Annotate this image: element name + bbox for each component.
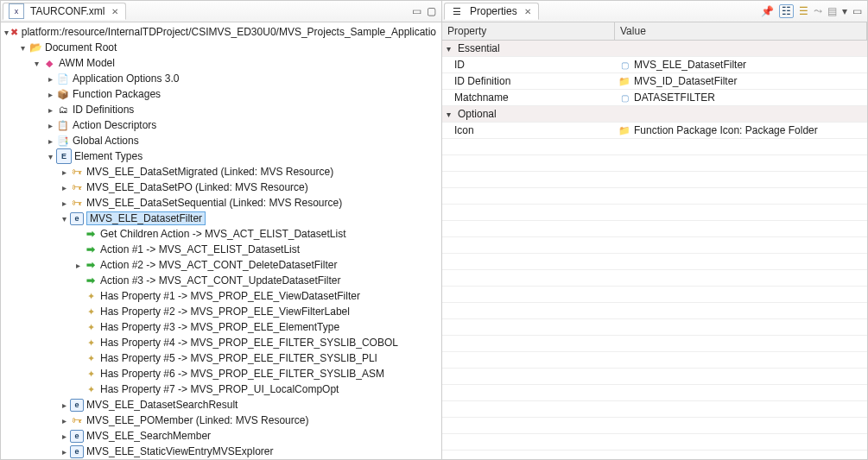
etype-dssearchresult-label: MVS_ELE_DatasetSearchResult [86, 399, 238, 411]
chevron-down-icon[interactable]: ▾ [442, 110, 454, 119]
action-descriptors-label: Action Descriptors [73, 119, 156, 131]
prop-matchname-value: DATASETFILTER [634, 91, 715, 104]
properties-table[interactable]: ▾Essential ID MVS_ELE_DatasetFilter ID D… [442, 41, 867, 459]
maximize-icon[interactable]: ▢ [427, 5, 436, 17]
attribute-icon [618, 91, 630, 104]
node-property-5[interactable]: Has Property #5 -> MVS_PROP_ELE_FILTER_S… [1, 350, 441, 366]
node-etype-searchmember[interactable]: ▸ e MVS_ELE_SearchMember [1, 428, 441, 444]
property-6-label: Has Property #6 -> MVS_PROP_ELE_FILTER_S… [100, 368, 384, 380]
node-property-6[interactable]: Has Property #6 -> MVS_PROP_ELE_FILTER_S… [1, 366, 441, 381]
empty-row [442, 385, 867, 401]
property-icon [84, 382, 98, 396]
expander-icon[interactable]: ▸ [72, 261, 84, 270]
node-document-root[interactable]: ▾ Document Root [1, 40, 441, 55]
expander-icon[interactable]: ▸ [58, 183, 70, 192]
expander-icon[interactable]: ▾ [16, 43, 29, 53]
expander-icon[interactable]: ▸ [44, 136, 56, 146]
properties-toolbar: 📌 ☷ ☰ ⤳ ▤ ▾ ▭ [761, 4, 867, 18]
expander-icon[interactable]: ▸ [44, 90, 56, 99]
prop-row-iddef[interactable]: ID Definition MVS_ID_DatasetFilter [442, 73, 867, 90]
node-etype-dssearchresult[interactable]: ▸ e MVS_ELE_DatasetSearchResult [1, 397, 441, 413]
function-packages-label: Function Packages [73, 88, 161, 100]
node-application-options[interactable]: ▸ Application Options 3.0 [1, 71, 441, 86]
expander-icon[interactable]: ▸ [58, 198, 70, 208]
property-7-label: Has Property #7 -> MVS_PROP_UI_LocalComp… [100, 383, 339, 395]
node-awm-model[interactable]: ▾ AWM Model [1, 55, 441, 71]
node-id-definitions[interactable]: ▸ ID Definitions [1, 102, 441, 117]
show-categories-icon[interactable]: ☷ [779, 4, 794, 18]
empty-row [442, 205, 867, 221]
model-tree[interactable]: ▾ platform:/resource/InternalTDProject/C… [1, 22, 441, 459]
close-icon[interactable]: ✕ [111, 7, 118, 16]
node-property-1[interactable]: Has Property #1 -> MVS_PROP_ELE_ViewData… [1, 288, 441, 304]
node-etype-seq[interactable]: ▸ MVS_ELE_DataSetSequential (Linked: MVS… [1, 195, 441, 211]
expander-icon[interactable]: ▸ [58, 400, 70, 410]
prop-row-matchname[interactable]: Matchname DATASETFILTER [442, 90, 867, 106]
group-optional[interactable]: ▾Optional [442, 106, 867, 123]
element-types-label: Element Types [74, 150, 143, 162]
node-property-4[interactable]: Has Property #4 -> MVS_PROP_ELE_FILTER_S… [1, 335, 441, 350]
prop-row-icon[interactable]: Icon Function Package Icon: Package Fold… [442, 123, 867, 139]
prop-iddef-value: MVS_ID_DatasetFilter [634, 75, 737, 87]
node-etype-migrated[interactable]: ▸ MVS_ELE_DataSetMigrated (Linked: MVS R… [1, 164, 441, 180]
expander-icon[interactable]: ▸ [44, 74, 56, 84]
filter-icon[interactable]: ⤳ [814, 5, 822, 17]
expander-icon[interactable]: ▸ [58, 416, 70, 425]
empty-row [442, 172, 867, 188]
expander-icon[interactable]: ▾ [44, 152, 56, 161]
node-element-types[interactable]: ▾ E Element Types [1, 148, 441, 164]
editor-tab-taurconf[interactable]: x TAURCONF.xml ✕ [3, 3, 126, 20]
node-etype-pomember[interactable]: ▸ MVS_ELE_POMember (Linked: MVS Resource… [1, 413, 441, 428]
tree-icon[interactable]: ▤ [827, 5, 837, 17]
node-action-2[interactable]: ▸ Action #2 -> MVS_ACT_CONT_DeleteDatase… [1, 257, 441, 273]
view-menu-icon[interactable]: ▾ [842, 5, 847, 17]
package-icon [56, 87, 70, 101]
node-get-children-action[interactable]: Get Children Action -> MVS_ACT_ELIST_Dat… [1, 226, 441, 242]
prop-row-id[interactable]: ID MVS_ELE_DatasetFilter [442, 57, 867, 73]
pin-icon[interactable]: 📌 [761, 5, 774, 17]
node-property-2[interactable]: Has Property #2 -> MVS_PROP_ELE_ViewFilt… [1, 304, 441, 319]
etype-svexplorer-label: MVS_ELE_StaticViewEntryMVSExplorer [86, 445, 274, 457]
expander-icon[interactable]: ▸ [58, 432, 70, 441]
node-action-descriptors[interactable]: ▸ Action Descriptors [1, 117, 441, 133]
expander-icon[interactable]: ▸ [58, 167, 70, 177]
node-etype-svexplorer[interactable]: ▸ e MVS_ELE_StaticViewEntryMVSExplorer [1, 444, 441, 459]
node-etype-po[interactable]: ▸ MVS_ELE_DataSetPO (Linked: MVS Resourc… [1, 180, 441, 195]
show-advanced-icon[interactable]: ☰ [799, 5, 808, 17]
empty-row [442, 188, 867, 205]
properties-tab[interactable]: ☰ Properties ✕ [444, 3, 539, 20]
node-property-3[interactable]: Has Property #3 -> MVS_PROP_ELE_ElementT… [1, 319, 441, 335]
node-action-3[interactable]: Action #3 -> MVS_ACT_CONT_UpdateDatasetF… [1, 273, 441, 288]
expander-icon[interactable]: ▸ [44, 121, 56, 130]
group-essential[interactable]: ▾Essential [442, 41, 867, 57]
property-4-label: Has Property #4 -> MVS_PROP_ELE_FILTER_S… [100, 337, 398, 349]
node-property-7[interactable]: Has Property #7 -> MVS_PROP_UI_LocalComp… [1, 381, 441, 397]
close-icon[interactable]: ✕ [524, 7, 531, 16]
empty-row [442, 139, 867, 155]
chevron-down-icon[interactable]: ▾ [442, 44, 454, 54]
column-header-property[interactable]: Property [442, 22, 615, 40]
expander-icon[interactable]: ▾ [30, 59, 42, 68]
empty-row [442, 319, 867, 336]
node-global-actions[interactable]: ▸ Global Actions [1, 133, 441, 148]
action-arrow-icon [84, 243, 98, 256]
column-header-value[interactable]: Value [615, 22, 867, 40]
tree-root-path[interactable]: ▾ platform:/resource/InternalTDProject/C… [1, 24, 441, 40]
action-descriptors-icon [56, 118, 70, 132]
expander-icon[interactable]: ▾ [3, 28, 10, 37]
property-icon [84, 305, 98, 318]
minimize-icon[interactable]: ▭ [412, 5, 421, 17]
property-5-label: Has Property #5 -> MVS_PROP_ELE_FILTER_S… [100, 352, 377, 364]
expander-icon[interactable]: ▸ [44, 105, 56, 115]
property-1-label: Has Property #1 -> MVS_PROP_ELE_ViewData… [100, 290, 360, 302]
node-function-packages[interactable]: ▸ Function Packages [1, 86, 441, 102]
node-action-1[interactable]: Action #1 -> MVS_ACT_ELIST_DatasetList [1, 242, 441, 257]
node-etype-datasetfilter[interactable]: ▾ e MVS_ELE_DatasetFilter [1, 211, 441, 226]
link-key-icon [70, 413, 84, 427]
minimize-icon[interactable]: ▭ [852, 5, 862, 17]
expander-icon[interactable]: ▾ [58, 214, 70, 224]
folder-icon [29, 41, 42, 54]
root-x-icon [10, 25, 19, 39]
xml-file-icon: x [9, 3, 24, 19]
expander-icon[interactable]: ▸ [58, 447, 70, 457]
